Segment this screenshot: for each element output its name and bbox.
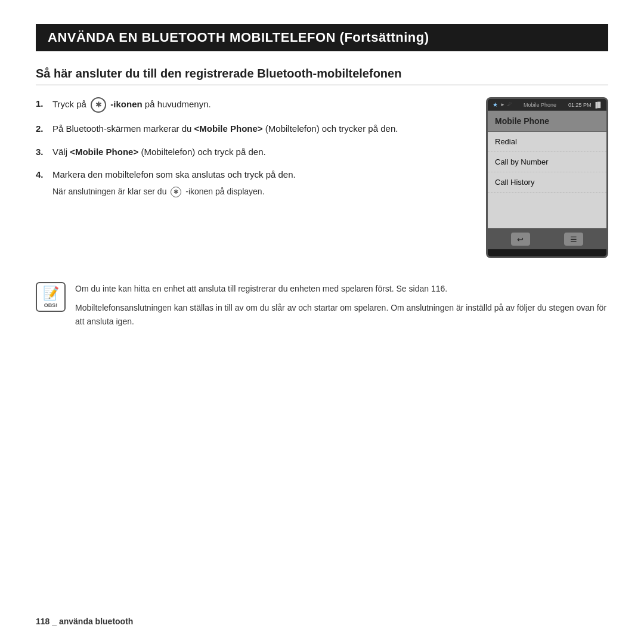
device-bottom-bar: ↩ ☰ — [488, 228, 606, 249]
page-header: ANVÄNDA EN BLUETOOTH MOBILTELEFON (Forts… — [36, 24, 608, 51]
text-column: 1. Tryck på ✱ -ikonen på huvudmenyn. 2. … — [36, 97, 468, 207]
footer-text: 118 _ använda bluetooth — [36, 617, 133, 626]
steps-list: 1. Tryck på ✱ -ikonen på huvudmenyn. 2. … — [36, 97, 468, 182]
device-status-bar: ★ ► ☄ Mobile Phone 01:25 PM ▐▊ — [488, 99, 606, 111]
obs-paragraph-2: Mobiltelefonsanslutningen kan ställas in… — [75, 301, 608, 328]
obs-icon: 📝 OBS! — [36, 282, 66, 312]
step-4: 4. Markera den mobiltelefon som ska ansl… — [36, 168, 468, 182]
content-area: 1. Tryck på ✱ -ikonen på huvudmenyn. 2. … — [36, 97, 608, 258]
note-indent-text: När anslutningen är klar ser du ✱ -ikone… — [52, 187, 265, 196]
obs-note-content: Om du inte kan hitta en enhet att anslut… — [75, 282, 608, 328]
menu-empty-space — [488, 193, 606, 228]
bluetooth-icon: ✱ — [91, 97, 106, 113]
note-indent: När anslutningen är klar ser du ✱ -ikone… — [52, 187, 468, 197]
step-1-number: 1. — [36, 97, 49, 111]
menu-button[interactable]: ☰ — [564, 233, 583, 246]
step-2: 2. På Bluetooth-skärmen markerar du <Mob… — [36, 122, 468, 136]
menu-item-call-history[interactable]: Call History — [488, 172, 606, 193]
step-1-bold: -ikonen — [110, 99, 142, 109]
status-play-icon: ► — [500, 102, 505, 107]
section-title: Så här ansluter du till den registrerade… — [36, 66, 608, 81]
step-3: 3. Välj <Mobile Phone> (Mobiltelefon) oc… — [36, 145, 468, 159]
menu-item-call-by-number[interactable]: Call by Number — [488, 152, 606, 172]
menu-item-mobile-phone-header[interactable]: Mobile Phone — [488, 111, 606, 132]
step-3-text: Välj <Mobile Phone> (Mobiltelefon) och t… — [52, 145, 468, 159]
bluetooth-connected-icon: ✱ — [171, 187, 181, 197]
status-headphone-icon: ☄ — [507, 102, 512, 107]
obs-note-box: 📝 OBS! Om du inte kan hitta en enhet att… — [36, 276, 608, 328]
back-button[interactable]: ↩ — [511, 233, 530, 246]
device-screen: ★ ► ☄ Mobile Phone 01:25 PM ▐▊ Mobile Ph… — [486, 97, 608, 258]
step-4-text: Markera den mobiltelefon som ska ansluta… — [52, 168, 468, 182]
status-right: 01:25 PM ▐▊ — [568, 102, 602, 108]
step-3-bold: <Mobile Phone> — [70, 147, 138, 157]
status-mobile-phone-label: Mobile Phone — [524, 102, 556, 108]
step-2-bold: <Mobile Phone> — [194, 123, 263, 134]
step-4-number: 4. — [36, 168, 49, 182]
obs-icon-symbol: 📝 — [43, 286, 59, 301]
status-battery-icon: ▐▊ — [594, 102, 602, 108]
menu-item-redial[interactable]: Redial — [488, 132, 606, 152]
step-2-number: 2. — [36, 122, 49, 136]
obs-paragraph-1: Om du inte kan hitta en enhet att anslut… — [75, 282, 608, 295]
page-footer: 118 _ använda bluetooth — [36, 617, 133, 626]
status-time: 01:25 PM — [568, 102, 592, 108]
status-bluetooth-icon: ★ — [493, 101, 498, 108]
step-1: 1. Tryck på ✱ -ikonen på huvudmenyn. — [36, 97, 468, 113]
page: ANVÄNDA EN BLUETOOTH MOBILTELEFON (Forts… — [0, 0, 644, 644]
section-divider — [36, 85, 608, 85]
step-1-text: Tryck på ✱ -ikonen på huvudmenyn. — [52, 97, 468, 113]
step-3-number: 3. — [36, 145, 49, 159]
status-left: ★ ► ☄ — [493, 101, 512, 108]
obs-icon-label: OBS! — [44, 302, 58, 308]
step-2-text: På Bluetooth-skärmen markerar du <Mobile… — [52, 122, 468, 136]
device-menu: Mobile Phone Redial Call by Number Call … — [488, 111, 606, 228]
header-title: ANVÄNDA EN BLUETOOTH MOBILTELEFON (Forts… — [48, 30, 429, 45]
